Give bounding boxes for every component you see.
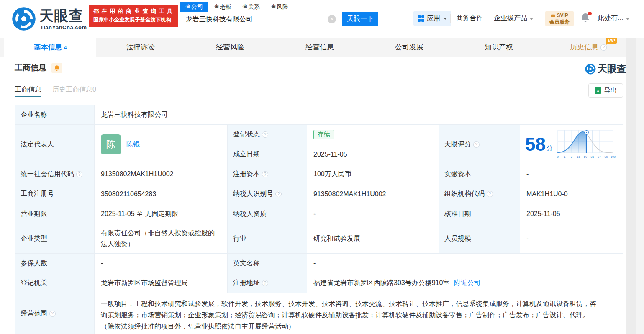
- legal-rep-avatar[interactable]: 陈: [101, 134, 121, 154]
- subscribe-bell-icon[interactable]: [51, 63, 62, 73]
- reg-authority-value: 龙岩市新罗区市场监督管理局: [95, 273, 228, 293]
- status-badge: 存续: [313, 130, 334, 139]
- svg-text:97: 97: [598, 155, 601, 159]
- field-label: 天眼评分?: [439, 125, 520, 164]
- legal-rep-cell: 陈 陈锟: [95, 125, 228, 164]
- reg-number-value: 350802110654283: [95, 184, 228, 204]
- tianyancha-logo-icon[interactable]: [12, 7, 36, 31]
- field-label: 人员规模: [439, 224, 520, 254]
- search-tab-company[interactable]: 查公司: [180, 2, 208, 12]
- apps-label: 应用: [427, 14, 440, 23]
- svip-member-button[interactable]: SVIP 会员服务: [545, 11, 574, 26]
- field-label: 参保人数: [15, 254, 95, 273]
- clear-search-icon[interactable]: ×: [328, 15, 336, 23]
- notification-dot: [588, 12, 592, 15]
- divider: [539, 14, 539, 23]
- field-label: 登记状态?: [228, 125, 307, 144]
- company-type-value: 有限责任公司（非自然人投资或控股的法人独资）: [95, 224, 228, 254]
- establish-date-value: 2025-11-05: [307, 144, 439, 164]
- field-label: 实缴资本: [439, 164, 520, 184]
- field-label: 行业: [228, 224, 307, 254]
- business-term-value: 2025-11-05 至 无固定期限: [95, 204, 228, 224]
- help-icon: ?: [262, 280, 268, 286]
- business-scope-value: 一般项目：工程和技术研究和试验发展；软件开发；技术服务、技术开发、技术咨询、技术…: [95, 293, 623, 334]
- chevron-down-icon: [530, 18, 533, 20]
- search-input[interactable]: 龙岩三快科技有限公司 ×: [180, 12, 342, 26]
- active-underline: [15, 96, 41, 97]
- subtab-business-info[interactable]: 工商信息: [15, 85, 41, 94]
- field-label: 登记机关: [15, 273, 95, 293]
- field-label: 企业名称: [15, 105, 95, 125]
- export-label: 导出: [604, 87, 617, 95]
- help-icon: ?: [76, 171, 82, 177]
- help-icon: ?: [49, 311, 56, 317]
- company-nav-tabs: 基本信息4 法律诉讼 经营风险 经营信息 公司发展 知识产权 历史信息? VIP: [0, 38, 644, 57]
- score-cell: 58 分 0131550859799100: [520, 125, 623, 164]
- svip-line1: SVIP: [545, 13, 574, 19]
- banner-line1: 都 在 用 的 商 业 查 询 工 具: [93, 7, 178, 15]
- search-type-tabs: 查公司 查老板 查关系 查风险: [180, 2, 294, 12]
- svg-text:1: 1: [564, 155, 565, 159]
- svip-line2: 会员服务: [545, 19, 574, 25]
- field-label: 经营范围?: [15, 293, 95, 334]
- svg-text:0: 0: [557, 155, 559, 159]
- tab-history-info[interactable]: 历史信息? VIP: [544, 38, 633, 57]
- notification-bell-icon[interactable]: [581, 13, 591, 23]
- legal-rep-name-link[interactable]: 陈锟: [126, 140, 140, 149]
- subtab-history-business-info[interactable]: 历史工商信息0: [52, 85, 96, 94]
- crown-icon: [551, 13, 555, 17]
- field-label: 法定代表人: [15, 125, 95, 164]
- field-label: 注册资本?: [228, 164, 307, 184]
- help-icon: ?: [262, 171, 268, 177]
- divider: [488, 14, 488, 23]
- search-tab-risk[interactable]: 查风险: [265, 2, 294, 12]
- apps-menu-button[interactable]: 应用: [413, 11, 451, 26]
- scrollbar-track[interactable]: [636, 38, 644, 334]
- field-label: 纳税人资质: [228, 204, 307, 224]
- promo-banner: 都 在 用 的 商 业 查 询 工 具 国家中小企业发展子基金旗下机构: [89, 5, 178, 27]
- account-menu[interactable]: 此处有...: [598, 14, 629, 23]
- help-icon: ?: [473, 141, 480, 148]
- field-label: 纳税人识别号?: [228, 184, 307, 204]
- company-name-value: 龙岩三快科技有限公司: [95, 105, 623, 125]
- business-cooperation-link[interactable]: 商务合作: [456, 14, 483, 23]
- watermark-text: 天眼查: [598, 62, 626, 75]
- help-icon: ?: [487, 191, 493, 197]
- field-label: 组织机构代码?: [439, 184, 520, 204]
- account-label: 此处有...: [598, 14, 623, 21]
- tab-operation-risk[interactable]: 经营风险: [185, 38, 275, 57]
- insured-count-value: -: [95, 254, 228, 273]
- excel-icon: x: [595, 87, 601, 94]
- field-label: 核准日期: [439, 204, 520, 224]
- enterprise-products-label: 企业级产品: [494, 14, 527, 21]
- top-header: 天眼查 TianYanCha.com 都 在 用 的 商 业 查 询 工 具 国…: [0, 0, 644, 38]
- search-button[interactable]: 天眼一下: [342, 12, 378, 26]
- help-icon: ?: [262, 131, 268, 138]
- tab-company-development[interactable]: 公司发展: [364, 38, 454, 57]
- taxpayer-id-value: 91350802MAK1H1U002: [307, 184, 439, 204]
- export-button[interactable]: x 导出: [588, 83, 623, 98]
- reg-address-value: 福建省龙岩市新罗区西陂路303号办公楼910室: [313, 279, 449, 288]
- search-tab-boss[interactable]: 查老板: [208, 2, 237, 12]
- tab-legal-litigation[interactable]: 法律诉讼: [96, 38, 185, 57]
- nearby-companies-link[interactable]: 附近公司: [454, 279, 480, 288]
- banner-line2: 国家中小企业发展子基金旗下机构: [93, 15, 178, 24]
- tab-intellectual-property[interactable]: 知识产权: [454, 38, 544, 57]
- help-icon: ?: [600, 44, 607, 51]
- search-tab-relation[interactable]: 查关系: [237, 2, 265, 12]
- tab-operation-info[interactable]: 经营信息: [275, 38, 364, 57]
- enterprise-products-link[interactable]: 企业级产品: [494, 14, 533, 23]
- tab-basic-info[interactable]: 基本信息4: [4, 38, 96, 57]
- industry-value: 研究和试验发展: [307, 224, 439, 254]
- field-label: 成立日期: [228, 144, 307, 164]
- chevron-down-icon: [444, 18, 447, 20]
- field-label: 企业类型: [15, 224, 95, 254]
- section-title: 工商信息: [15, 62, 46, 73]
- reg-capital-value: 100万人民币: [307, 164, 439, 184]
- staff-size-value: -: [520, 224, 623, 254]
- vip-badge: VIP: [606, 38, 617, 44]
- logo-brand-text[interactable]: 天眼查: [39, 8, 83, 23]
- svg-text:50: 50: [584, 155, 587, 159]
- help-icon: ?: [275, 191, 282, 197]
- org-code-value: MAK1H1U0-0: [520, 184, 623, 204]
